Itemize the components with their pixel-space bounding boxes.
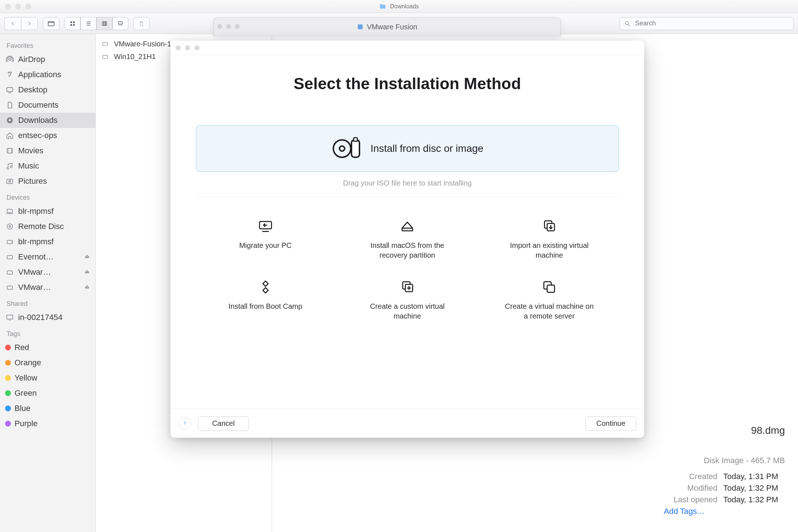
sidebar-item-airdrop[interactable]: AirDrop	[0, 52, 95, 67]
sidebar-item-tag-purple[interactable]: Purple	[0, 416, 95, 431]
tag-dot-icon	[5, 406, 11, 411]
sidebar-section-header: Shared	[0, 295, 95, 310]
finder-traffic-lights[interactable]	[5, 4, 31, 9]
search-input[interactable]	[634, 19, 789, 28]
sidebar-item-label: Blue	[15, 404, 30, 413]
wizard-titlebar[interactable]	[170, 41, 644, 55]
svg-rect-43	[547, 285, 555, 292]
meta-value: Today, 1:31 PM	[723, 472, 785, 481]
continue-button[interactable]: Continue	[585, 416, 636, 431]
view-switcher[interactable]	[65, 17, 128, 30]
cancel-button[interactable]: Cancel	[198, 416, 249, 431]
vmware-fusion-window-titlebar[interactable]: VMware Fusion	[213, 17, 561, 36]
method-remote-vm[interactable]: Create a virtual machine on a remote ser…	[484, 279, 615, 321]
sidebar-item-mounted-image[interactable]: VMwar…	[0, 265, 95, 280]
applications-icon	[5, 70, 15, 79]
back-button[interactable]	[4, 17, 21, 30]
method-import-vm[interactable]: Import an existing virtual machine	[484, 218, 615, 260]
sidebar-item-label: blr-mpmsf	[18, 237, 54, 246]
icon-view[interactable]	[65, 17, 81, 30]
sidebar-item-shared[interactable]: in-00217454	[0, 310, 95, 325]
sidebar-item-label: Yellow	[15, 373, 37, 383]
zoom-icon[interactable]	[194, 45, 200, 50]
eject-icon[interactable]	[84, 284, 90, 291]
iso-file-icon	[102, 53, 110, 61]
drive-icon	[5, 237, 15, 246]
sidebar-item-tag-yellow[interactable]: Yellow	[0, 370, 95, 386]
zoom-icon[interactable]	[25, 4, 31, 9]
sidebar-item-device[interactable]: blr-mpmsf	[0, 204, 95, 219]
sidebar-item-label: Red	[15, 343, 29, 352]
eject-icon[interactable]	[84, 269, 90, 275]
finder-titlebar[interactable]: Downloads	[0, 0, 798, 13]
sidebar-item-movies[interactable]: Movies	[0, 143, 95, 158]
columns-icon	[101, 20, 108, 27]
divider	[196, 197, 619, 197]
column-view[interactable]	[96, 17, 112, 30]
close-icon[interactable]	[5, 4, 11, 9]
close-icon[interactable]	[217, 24, 222, 29]
minimize-icon[interactable]	[15, 4, 21, 9]
gallery-view[interactable]	[112, 17, 128, 30]
vmware-install-wizard: Select the Installation Method Install f…	[170, 41, 644, 438]
sidebar-item-mounted-image[interactable]: VMwar…	[0, 280, 95, 295]
dmg-file-icon	[102, 40, 110, 48]
svg-rect-11	[121, 25, 122, 25]
sidebar-item-label: Green	[15, 388, 37, 398]
method-install-macos-recovery[interactable]: Install macOS from the recovery partitio…	[341, 218, 473, 260]
method-custom-vm[interactable]: Create a custom virtual machine	[341, 279, 473, 321]
eject-icon[interactable]	[84, 254, 90, 260]
sidebar-item-music[interactable]: Music	[0, 158, 95, 174]
svg-rect-28	[7, 315, 13, 319]
sidebar-item-tag-red[interactable]: Red	[0, 340, 95, 355]
sidebar-item-label: Downloads	[18, 116, 58, 125]
finder-sidebar[interactable]: Favorites AirDrop Applications Desktop D…	[0, 34, 96, 532]
svg-rect-10	[120, 25, 121, 25]
sidebar-item-drive[interactable]: blr-mpmsf	[0, 234, 95, 249]
disc-icon	[5, 222, 15, 231]
sidebar-item-desktop[interactable]: Desktop	[0, 82, 95, 97]
minimize-icon[interactable]	[226, 24, 231, 29]
svg-rect-29	[103, 42, 107, 45]
meta-key: Modified	[687, 483, 717, 493]
sidebar-item-label: Purple	[15, 419, 38, 428]
sidebar-item-applications[interactable]: Applications	[0, 67, 95, 82]
method-bootcamp[interactable]: Install from Boot Camp	[200, 279, 331, 321]
svg-rect-27	[7, 286, 13, 289]
gallery-icon	[117, 20, 124, 27]
sidebar-item-remote-disc[interactable]: Remote Disc	[0, 219, 95, 234]
sidebar-item-label: Desktop	[18, 85, 48, 95]
svg-rect-20	[7, 209, 13, 213]
sidebar-item-pictures[interactable]: Pictures	[0, 174, 95, 189]
forward-button[interactable]	[21, 17, 38, 30]
sidebar-item-tag-green[interactable]: Green	[0, 386, 95, 401]
wizard-title: Select the Installation Method	[196, 75, 619, 93]
sidebar-item-tag-blue[interactable]: Blue	[0, 401, 95, 416]
vmware-traffic-lights[interactable]	[217, 24, 240, 29]
remote-vm-icon	[541, 279, 557, 295]
button-label: Cancel	[212, 419, 235, 428]
minimize-icon[interactable]	[185, 45, 190, 50]
svg-point-13	[9, 58, 11, 61]
install-from-disc-dropzone[interactable]: Install from disc or image	[196, 125, 619, 172]
zoom-icon[interactable]	[235, 24, 240, 29]
sidebar-item-label: Documents	[18, 100, 58, 110]
svg-rect-37	[402, 228, 412, 231]
method-migrate-pc[interactable]: Migrate your PC	[200, 218, 331, 260]
add-tags-link[interactable]: Add Tags…	[664, 507, 785, 516]
list-view[interactable]	[81, 17, 96, 30]
sidebar-item-mounted-image[interactable]: Evernot…	[0, 249, 95, 265]
close-icon[interactable]	[176, 45, 181, 50]
delete-button[interactable]	[133, 17, 149, 30]
sidebar-item-documents[interactable]: Documents	[0, 97, 95, 113]
folder-nav-button[interactable]	[43, 17, 59, 30]
chevron-left-icon	[10, 20, 16, 27]
sidebar-item-downloads[interactable]: Downloads	[0, 113, 95, 128]
svg-point-32	[333, 140, 351, 157]
search-field[interactable]	[620, 17, 794, 30]
svg-point-21	[7, 224, 13, 229]
sidebar-item-tag-orange[interactable]: Orange	[0, 355, 95, 370]
meta-value: Today, 1:32 PM	[723, 483, 785, 493]
help-button[interactable]: ?	[178, 417, 191, 430]
sidebar-item-home[interactable]: entsec-ops	[0, 128, 95, 143]
